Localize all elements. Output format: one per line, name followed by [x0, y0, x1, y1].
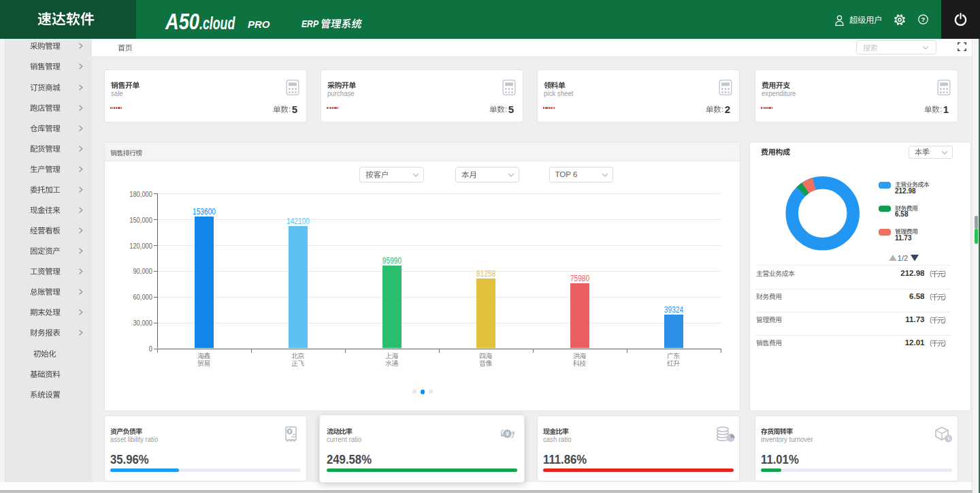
svg-text:?: ?: [921, 16, 926, 23]
svg-text:¥: ¥: [288, 428, 291, 434]
svg-text:¥: ¥: [506, 430, 509, 437]
